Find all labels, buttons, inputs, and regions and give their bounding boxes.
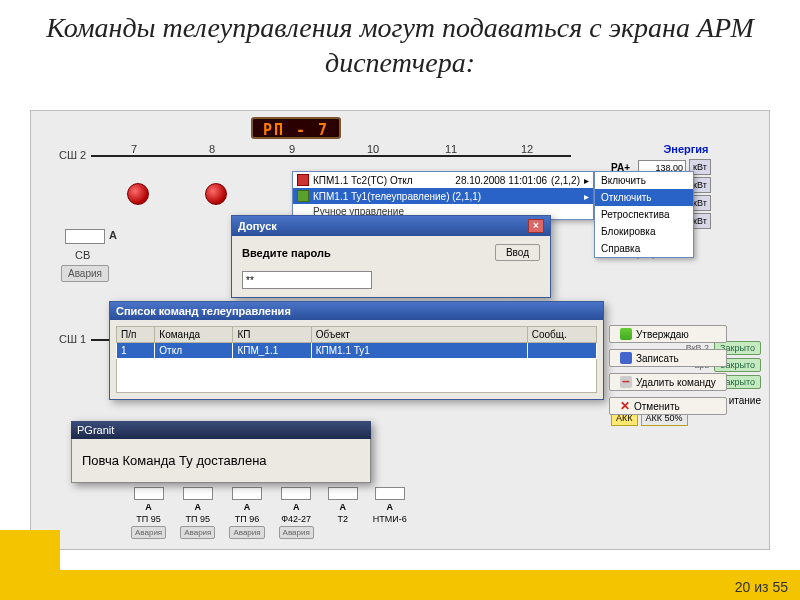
feeder-name: ТП 96 — [235, 514, 259, 524]
ctx-coords: (2,1,2) — [551, 175, 580, 186]
feeder-ntmi6[interactable]: А НТМИ-6 ЗЕМЛЯ — [372, 487, 408, 539]
feeder-f42[interactable]: А Ф42-27 Авария — [279, 487, 314, 539]
feeder-name: ТП 95 — [186, 514, 210, 524]
alarm-button[interactable]: Авария — [180, 526, 215, 539]
btn-label: Удалить команду — [636, 377, 716, 388]
table-empty-area — [116, 359, 597, 393]
amp-label: А — [293, 502, 300, 512]
feeder-meter — [232, 487, 262, 500]
col-header[interactable]: Сообщ. — [527, 327, 596, 343]
node-10: 10 — [367, 143, 379, 155]
ctx-timestamp: 28.10.2008 11:01:06 — [455, 175, 547, 186]
notification-body: Повча Команда Ту доставлена — [71, 439, 371, 483]
table-row[interactable]: 1 Откл КПМ_1.1 КПМ1.1 Ту1 — [117, 343, 597, 359]
submenu-item-off[interactable]: Отключить — [595, 189, 693, 206]
page-number: 20 из 55 — [735, 579, 788, 595]
busbar-2-label: СШ 2 — [59, 149, 86, 161]
slide-title: Команды телеуправления могут подаваться … — [0, 0, 800, 86]
enter-button[interactable]: Ввод — [495, 244, 540, 261]
feeder-name: НТМИ-6 — [373, 514, 407, 524]
cell: КПМ1.1 Ту1 — [311, 343, 527, 359]
col-header[interactable]: Команда — [155, 327, 233, 343]
led-display: РП - 7 — [251, 117, 341, 139]
dialog-titlebar[interactable]: Допуск × — [232, 216, 550, 236]
approve-button[interactable]: Утверждаю — [609, 325, 727, 343]
busbar-1-label: СШ 1 — [59, 333, 86, 345]
btn-label: Утверждаю — [636, 329, 689, 340]
feeder-meter — [281, 487, 311, 500]
feeder-name: ТП 95 — [136, 514, 160, 524]
amp-label: А — [195, 502, 202, 512]
sv-label: СВ — [75, 249, 90, 261]
submenu-item-help[interactable]: Справка — [595, 240, 693, 257]
context-menu-item-ts[interactable]: КПМ1.1 Тс2(ТС) Откл 28.10.2008 11:01:06 … — [293, 172, 593, 188]
ctx-text: КПМ1.1 Ту1(телеуправление) (2,1,1) — [313, 191, 481, 202]
alarm-button[interactable]: Авария — [131, 526, 166, 539]
notification-dialog: PGranit Повча Команда Ту доставлена — [71, 421, 371, 483]
col-header[interactable]: Объект — [311, 327, 527, 343]
node-11: 11 — [445, 143, 457, 155]
feeder-meter — [183, 487, 213, 500]
feeder-meter — [134, 487, 164, 500]
dialog-titlebar[interactable]: Список команд телеуправления — [110, 302, 603, 320]
submenu-item-block[interactable]: Блокировка — [595, 223, 693, 240]
alarm-button-sv[interactable]: Авария — [61, 265, 109, 282]
command-table: П/п Команда КП Объект Сообщ. 1 Откл КПМ_… — [116, 326, 597, 359]
cancel-button[interactable]: ✕Отменить — [609, 397, 727, 415]
submenu-item-on[interactable]: Включить — [595, 172, 693, 189]
feeder-row: А ТП 95 Авария А ТП 95 Авария А ТП 96 Ав… — [131, 487, 408, 539]
btn-label: Записать — [636, 353, 679, 364]
node-9: 9 — [289, 143, 295, 155]
amp-label: А — [244, 502, 251, 512]
breaker-indicator-8[interactable] — [205, 183, 227, 205]
dialog-title: Список команд телеуправления — [116, 305, 291, 317]
feeder-tp95b[interactable]: А ТП 95 Авария — [180, 487, 215, 539]
close-icon[interactable]: × — [528, 219, 544, 233]
delete-command-button[interactable]: Удалить команду — [609, 373, 727, 391]
status-icon — [297, 174, 309, 186]
col-header[interactable]: П/п — [117, 327, 155, 343]
feeder-meter — [328, 487, 358, 500]
dialog-title: Допуск — [238, 220, 277, 232]
accent-block — [0, 530, 60, 570]
amp-label: А — [109, 229, 117, 241]
energy-title: Энергия — [611, 143, 761, 155]
feeder-name: Ф42-27 — [281, 514, 311, 524]
password-input[interactable] — [242, 271, 372, 289]
node-7: 7 — [131, 143, 137, 155]
context-menu-item-tu[interactable]: КПМ1.1 Ту1(телеуправление) (2,1,1) ▸ — [293, 188, 593, 204]
alarm-button[interactable]: Авария — [279, 526, 314, 539]
check-icon — [620, 328, 632, 340]
node-12: 12 — [521, 143, 533, 155]
ctx-text: КПМ1.1 Тс2(ТС) Откл — [313, 175, 413, 186]
command-buttons: Утверждаю Записать Удалить команду ✕Отме… — [609, 325, 727, 415]
btn-label: Отменить — [634, 401, 680, 412]
amp-label: А — [386, 502, 393, 512]
save-button[interactable]: Записать — [609, 349, 727, 367]
node-8: 8 — [209, 143, 215, 155]
cell: КПМ_1.1 — [233, 343, 311, 359]
notification-title[interactable]: PGranit — [71, 421, 371, 439]
command-list-dialog: Список команд телеуправления П/п Команда… — [109, 301, 604, 400]
cancel-icon: ✕ — [620, 400, 630, 412]
feeder-t2[interactable]: А Т2 400/5 — [328, 487, 358, 539]
scada-mimic-panel: РП - 7 СШ 2 7 8 9 10 11 12 А СВ Авария С… — [30, 110, 770, 550]
context-menu[interactable]: КПМ1.1 Тс2(ТС) Откл 28.10.2008 11:01:06 … — [292, 171, 594, 220]
context-submenu[interactable]: Включить Отключить Ретроспектива Блокиро… — [594, 171, 694, 258]
password-prompt: Введите пароль — [242, 247, 331, 259]
alarm-button[interactable]: Авария — [229, 526, 264, 539]
current-meter-sv — [65, 229, 105, 244]
cell: 1 — [117, 343, 155, 359]
save-icon — [620, 352, 632, 364]
feeder-name: Т2 — [338, 514, 349, 524]
chevron-right-icon: ▸ — [584, 191, 589, 202]
busbar-2 — [91, 155, 571, 157]
cell: Откл — [155, 343, 233, 359]
submenu-item-retro[interactable]: Ретроспектива — [595, 206, 693, 223]
feeder-tp95[interactable]: А ТП 95 Авария — [131, 487, 166, 539]
feeder-tp96[interactable]: А ТП 96 Авария — [229, 487, 264, 539]
feeder-meter — [375, 487, 405, 500]
amp-label: А — [145, 502, 152, 512]
col-header[interactable]: КП — [233, 327, 311, 343]
breaker-indicator-7[interactable] — [127, 183, 149, 205]
